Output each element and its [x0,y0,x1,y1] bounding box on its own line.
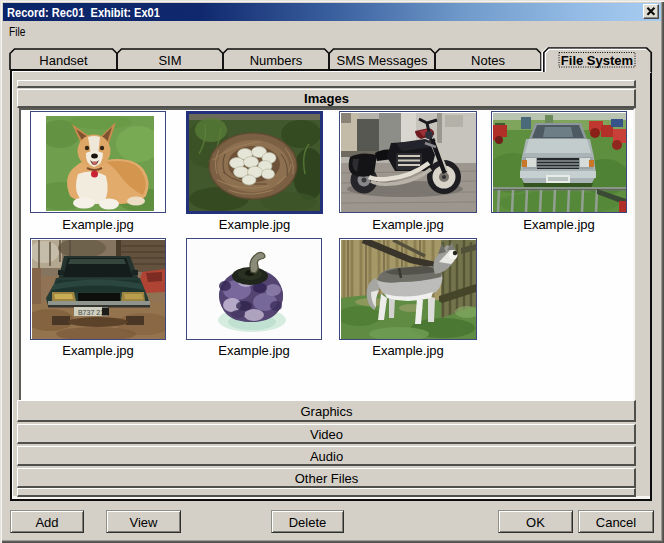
svg-text:B737 21: B737 21 [77,308,103,315]
